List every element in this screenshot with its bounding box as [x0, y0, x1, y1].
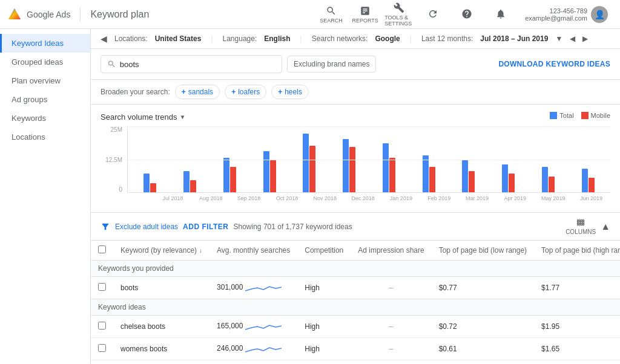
- row-checkbox-idea[interactable]: [91, 338, 113, 360]
- row-checkbox-idea[interactable]: [91, 316, 113, 338]
- collapse-sidebar-button[interactable]: ◀: [101, 34, 107, 44]
- filter-bar: ◀ Locations: United States | Language: E…: [91, 29, 620, 49]
- search-nav-label: SEARCH: [320, 18, 343, 24]
- avg-searches-cell: 301,000: [209, 277, 297, 299]
- row-checkbox-idea[interactable]: [91, 360, 113, 365]
- help-button[interactable]: [452, 0, 481, 29]
- th-keyword[interactable]: Keyword (by relevance) ↓: [113, 241, 209, 261]
- app-name: Google Ads: [27, 10, 70, 19]
- language-value[interactable]: English: [264, 34, 290, 43]
- broaden-loafers-tag[interactable]: + loafers: [225, 85, 266, 99]
- chart-x-labels: Jul 2018Aug 2018Sep 2018Oct 2018Nov 2018…: [127, 195, 610, 201]
- th-competition[interactable]: Competition: [297, 241, 351, 261]
- bar-group-9: [489, 164, 529, 192]
- sidebar-item-grouped-ideas[interactable]: Grouped ideas: [0, 53, 90, 71]
- location-value[interactable]: United States: [155, 34, 202, 43]
- user-account[interactable]: 123-456-789 example@gmail.com 👤: [520, 4, 613, 25]
- chart-dropdown-icon[interactable]: ▼: [179, 114, 185, 120]
- bar-blue-0: [143, 174, 150, 192]
- google-logo: [7, 7, 22, 22]
- sort-arrow-icon: ↓: [199, 247, 202, 254]
- sparkline-icon: [245, 343, 282, 355]
- bar-blue-4: [303, 134, 309, 192]
- sidebar-item-keyword-ideas[interactable]: Keyword Ideas: [0, 34, 90, 53]
- search-box[interactable]: [101, 55, 282, 73]
- sidebar-ad-groups-label: Ad groups: [12, 95, 47, 104]
- th-avg-searches[interactable]: Avg. monthly searches: [209, 241, 297, 261]
- date-label: Last 12 months:: [421, 34, 473, 43]
- keyword-cell-idea: chelsea boots: [113, 316, 209, 338]
- filter-icon: [101, 222, 110, 232]
- bar-blue-10: [542, 167, 548, 192]
- row-checkbox-idea-input[interactable]: [98, 344, 106, 352]
- x-label-2: Sep 2018: [230, 195, 268, 201]
- bar-red-6: [389, 158, 395, 192]
- x-label-9: Apr 2019: [496, 195, 534, 201]
- broaden-sandals-tag[interactable]: + sandals: [175, 85, 220, 99]
- plus-icon-heels: +: [278, 88, 282, 96]
- sidebar-item-ad-groups[interactable]: Ad groups: [0, 90, 90, 109]
- section-ideas-header: Keyword ideas: [91, 299, 620, 316]
- chart-bars-row: [127, 126, 610, 193]
- table-row-idea-2: thigh high boots 165,000 High – $0.60 $1…: [91, 360, 620, 365]
- download-keyword-ideas-button[interactable]: DOWNLOAD KEYWORD IDEAS: [498, 60, 610, 68]
- sidebar-plan-overview-label: Plan overview: [12, 76, 61, 85]
- sidebar-item-plan-overview[interactable]: Plan overview: [0, 71, 90, 90]
- refresh-button[interactable]: [418, 0, 447, 29]
- date-next-button[interactable]: ▶: [582, 34, 588, 43]
- exclude-brand-button[interactable]: Excluding brand names: [287, 56, 376, 73]
- search-input[interactable]: [120, 60, 275, 69]
- search-nav-button[interactable]: SEARCH: [317, 0, 346, 29]
- broaden-sandals-label: sandals: [188, 88, 213, 96]
- th-top-bid-low-label: Top of page bid (low range): [439, 246, 527, 255]
- th-top-bid-low[interactable]: Top of page bid (low range): [432, 241, 534, 261]
- th-checkbox[interactable]: [91, 241, 113, 261]
- bar-blue-2: [223, 158, 229, 192]
- bar-group-10: [529, 167, 569, 192]
- top-bid-low-cell: $0.77: [432, 277, 534, 299]
- sidebar-locations-label: Locations: [12, 132, 45, 141]
- separator3: |: [410, 34, 412, 43]
- broaden-heels-label: heels: [285, 88, 302, 96]
- showing-text: Showing 701 of 1,737 keyword ideas: [234, 223, 352, 231]
- broaden-heels-tag[interactable]: + heels: [271, 85, 309, 99]
- bar-group-5: [329, 139, 369, 192]
- bar-red-7: [429, 167, 435, 192]
- table-row-provided-0: boots 301,000 High – $0.77 $1.77: [91, 277, 620, 299]
- table-body: Keywords you provided boots 301,000 High…: [91, 261, 620, 365]
- bar-group-3: [249, 151, 289, 192]
- ad-impression-cell: –: [351, 277, 431, 299]
- th-ad-impression[interactable]: Ad impression share: [351, 241, 431, 261]
- network-value[interactable]: Google: [375, 34, 400, 43]
- top-bid-high-cell-idea: $1.95: [534, 316, 620, 338]
- columns-button[interactable]: COLUMNS: [566, 218, 596, 235]
- th-top-bid-high[interactable]: Top of page bid (high range): [534, 241, 620, 261]
- row-checkbox-input[interactable]: [98, 283, 106, 291]
- gridline-top: [128, 126, 610, 127]
- tools-nav-label: TOOLS & SETTINGS: [384, 15, 414, 27]
- avatar: 👤: [591, 6, 608, 23]
- add-filter-button[interactable]: ADD FILTER: [183, 223, 228, 231]
- x-label-3: Oct 2018: [268, 195, 306, 201]
- exclude-adult-link[interactable]: Exclude adult ideas: [115, 223, 178, 231]
- svg-marker-1: [8, 8, 21, 19]
- date-value[interactable]: Jul 2018 – Jun 2019: [480, 34, 548, 43]
- row-checkbox-idea-input[interactable]: [98, 322, 106, 330]
- select-all-checkbox[interactable]: [98, 245, 106, 253]
- row-checkbox[interactable]: [91, 277, 113, 299]
- bar-blue-6: [383, 143, 389, 192]
- date-dropdown-icon[interactable]: ▼: [555, 34, 562, 43]
- section-provided-header: Keywords you provided: [91, 261, 620, 277]
- y-label-0: 0: [101, 186, 122, 193]
- x-label-4: Nov 2018: [306, 195, 344, 201]
- content-area: ◀ Locations: United States | Language: E…: [91, 29, 620, 364]
- sidebar-item-locations[interactable]: Locations: [0, 128, 90, 146]
- collapse-chart-button[interactable]: ▲: [601, 221, 610, 232]
- sidebar-item-keywords[interactable]: Keywords: [0, 109, 90, 128]
- y-label-12-5m: 12.5M: [101, 157, 122, 163]
- date-prev-button[interactable]: ◀: [570, 34, 575, 43]
- tools-nav-button[interactable]: TOOLS & SETTINGS: [384, 0, 414, 29]
- notifications-button[interactable]: [486, 0, 515, 29]
- reports-nav-button[interactable]: REPORTS: [351, 0, 380, 29]
- section-provided-label: Keywords you provided: [91, 261, 620, 277]
